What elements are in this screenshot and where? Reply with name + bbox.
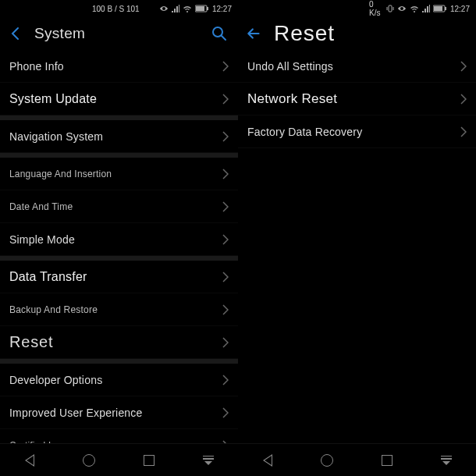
nav-home[interactable] [318,451,336,470]
chevron-right-icon [222,407,229,418]
status-bar: 0 K/s 12:27 [238,0,476,17]
list-item[interactable]: Improved User Experience [0,396,238,429]
list-item-label: Date And Time [9,201,222,212]
svg-rect-1 [196,6,204,11]
data-rate: 0 K/s [369,0,383,17]
status-time: 12:27 [212,5,232,13]
list-item[interactable]: Date And Time [0,190,238,223]
list-item[interactable]: Factory Data Recovery [238,115,476,148]
nav-drawer[interactable] [199,451,218,470]
nav-bar [238,443,476,476]
chevron-right-icon [222,304,229,315]
svg-rect-2 [207,7,208,10]
chevron-right-icon [222,337,229,348]
battery-icon [433,5,447,12]
chevron-right-icon [460,126,467,137]
chevron-right-icon [222,375,229,385]
left-screen: 100 B / S 101 12:27 System Phone InfoSys… [0,0,238,476]
list-item[interactable]: Backup And Restore [0,293,238,326]
data-rate: 100 B / S 101 [92,5,140,13]
list-item[interactable]: Navigation System [0,120,238,153]
vibrate-icon [386,5,394,12]
svg-rect-4 [389,5,392,12]
eye-icon [159,5,169,12]
list-item[interactable]: Developer Options [0,364,238,396]
chevron-right-icon [222,234,229,245]
list-item-label: Reset [9,333,222,351]
list-item-label: Simple Mode [9,233,222,246]
status-time: 12:27 [450,5,470,13]
nav-back[interactable] [258,451,277,470]
back-button[interactable] [8,26,23,41]
list-item-label: Factory Data Recovery [247,126,460,138]
header: System [0,17,238,50]
chevron-right-icon [222,131,229,142]
list-item[interactable]: Certified Logo [0,429,238,443]
page-title: System [34,25,201,42]
list-item-label: Phone Info [9,60,222,73]
nav-home[interactable] [80,451,98,470]
reset-list: Undo All SettingsNetwork ResetFactory Da… [238,50,476,443]
svg-rect-7 [445,7,446,10]
chevron-right-icon [460,94,467,105]
list-item[interactable]: Reset [0,326,238,359]
battery-icon [195,5,209,12]
chevron-right-icon [222,169,229,179]
list-item-label: Certified Logo [9,440,222,444]
page-title: Reset [274,21,468,46]
eye-icon [397,5,407,12]
list-item[interactable]: System Update [0,83,238,115]
nav-bar [0,443,238,476]
signal-icon [172,5,179,12]
svg-point-3 [213,27,222,37]
nav-recent[interactable] [140,451,158,470]
wifi-icon [410,5,419,12]
list-item[interactable]: Phone Info [0,50,238,83]
chevron-right-icon [222,440,229,444]
nav-drawer[interactable] [437,451,456,470]
chevron-right-icon [222,94,229,105]
search-icon[interactable] [211,26,227,41]
signal-icon [422,5,430,12]
nav-back[interactable] [20,451,39,470]
list-item-label: Improved User Experience [9,407,222,419]
chevron-right-icon [222,61,229,72]
list-item-label: Undo All Settings [247,60,460,73]
list-item-label: System Update [9,92,222,106]
list-item-label: Data Transfer [9,270,222,284]
list-item-label: Network Reset [247,91,460,107]
nav-recent[interactable] [378,451,396,470]
chevron-right-icon [222,201,229,212]
back-button[interactable] [246,25,263,42]
list-item-label: Backup And Restore [9,304,222,315]
chevron-right-icon [460,61,467,72]
list-item[interactable]: Data Transfer [0,261,238,293]
header: Reset [238,17,476,50]
list-item-label: Navigation System [9,130,222,143]
list-item[interactable]: Language And Insertion [0,158,238,190]
list-item[interactable]: Simple Mode [0,223,238,256]
chevron-right-icon [222,272,229,282]
list-item-label: Developer Options [9,374,222,386]
settings-list: Phone InfoSystem UpdateNavigation System… [0,50,238,443]
right-screen: 0 K/s 12:27 Reset Undo All SettingsNetwo… [238,0,476,476]
list-item[interactable]: Undo All Settings [238,50,476,83]
list-item[interactable]: Network Reset [238,83,476,115]
svg-rect-6 [434,6,442,11]
status-bar: 100 B / S 101 12:27 [0,0,238,17]
list-item-label: Language And Insertion [9,169,222,179]
wifi-icon [183,5,192,12]
